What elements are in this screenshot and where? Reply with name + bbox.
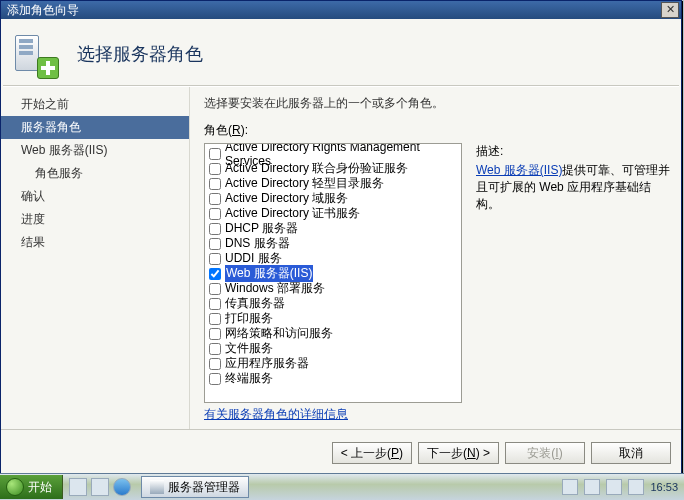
tray-icon[interactable] (628, 479, 644, 495)
nav-steps: 开始之前服务器角色Web 服务器(IIS)角色服务确认进度结果 (1, 87, 190, 429)
more-info-link[interactable]: 有关服务器角色的详细信息 (204, 407, 348, 421)
description-heading: 描述: (476, 143, 671, 160)
role-checkbox[interactable] (209, 223, 221, 235)
page-title: 选择服务器角色 (77, 42, 203, 66)
cancel-button[interactable]: 取消 (591, 442, 671, 464)
role-item[interactable]: DNS 服务器 (205, 236, 461, 251)
taskbar-app-server-manager[interactable]: 服务器管理器 (141, 476, 249, 498)
nav-step[interactable]: Web 服务器(IIS) (1, 139, 189, 162)
roles-label: 角色(R): (204, 122, 671, 139)
role-checkbox[interactable] (209, 193, 221, 205)
system-tray[interactable]: 16:53 (562, 479, 684, 495)
window-title: 添加角色向导 (7, 3, 79, 17)
role-checkbox[interactable] (209, 178, 221, 190)
role-checkbox[interactable] (209, 373, 221, 385)
tray-icon[interactable] (562, 479, 578, 495)
role-checkbox[interactable] (209, 358, 221, 370)
nav-step[interactable]: 服务器角色 (1, 116, 189, 139)
start-button[interactable]: 开始 (0, 475, 63, 499)
ie-icon[interactable] (113, 478, 131, 496)
role-item[interactable]: 应用程序服务器 (205, 356, 461, 371)
description-panel: 描述: Web 服务器(IIS)提供可靠、可管理并且可扩展的 Web 应用程序基… (462, 143, 671, 403)
tray-icon[interactable] (606, 479, 622, 495)
role-item[interactable]: Web 服务器(IIS) (205, 266, 461, 281)
nav-step[interactable]: 进度 (1, 208, 189, 231)
role-checkbox[interactable] (209, 253, 221, 265)
header: 选择服务器角色 (1, 19, 681, 85)
tray-icon[interactable] (584, 479, 600, 495)
next-button[interactable]: 下一步(N) > (418, 442, 499, 464)
role-checkbox[interactable] (209, 283, 221, 295)
wizard-window: 添加角色向导 ✕ 选择服务器角色 开始之前服务器角色Web 服务器(IIS)角色… (0, 0, 682, 474)
role-item[interactable]: 网络策略和访问服务 (205, 326, 461, 341)
server-manager-icon (150, 480, 164, 494)
previous-button[interactable]: < 上一步(P) (332, 442, 412, 464)
role-item[interactable]: 终端服务 (205, 371, 461, 386)
install-button: 安装(I) (505, 442, 585, 464)
nav-step[interactable]: 角色服务 (1, 162, 189, 185)
role-checkbox[interactable] (209, 343, 221, 355)
role-item[interactable]: 文件服务 (205, 341, 461, 356)
description-link[interactable]: Web 服务器(IIS) (476, 163, 562, 177)
role-item[interactable]: Active Directory 域服务 (205, 191, 461, 206)
quick-launch (63, 478, 137, 496)
role-checkbox[interactable] (209, 163, 221, 175)
clock[interactable]: 16:53 (650, 481, 678, 493)
instruction-text: 选择要安装在此服务器上的一个或多个角色。 (204, 95, 671, 112)
roles-listbox[interactable]: Active Directory Rights Management Servi… (204, 143, 462, 403)
role-checkbox[interactable] (209, 208, 221, 220)
role-item[interactable]: DHCP 服务器 (205, 221, 461, 236)
role-checkbox[interactable] (209, 298, 221, 310)
role-item[interactable]: Active Directory 证书服务 (205, 206, 461, 221)
role-label: 终端服务 (225, 370, 273, 387)
role-item[interactable]: 传真服务器 (205, 296, 461, 311)
role-checkbox[interactable] (209, 148, 221, 160)
show-desktop-icon[interactable] (69, 478, 87, 496)
taskbar[interactable]: 开始 服务器管理器 16:53 (0, 473, 684, 500)
nav-step[interactable]: 开始之前 (1, 93, 189, 116)
role-checkbox[interactable] (209, 238, 221, 250)
nav-step[interactable]: 结果 (1, 231, 189, 254)
start-orb-icon (6, 478, 24, 496)
role-item[interactable]: Active Directory 轻型目录服务 (205, 176, 461, 191)
close-icon[interactable]: ✕ (661, 2, 679, 18)
role-checkbox[interactable] (209, 313, 221, 325)
wizard-icon (11, 31, 57, 77)
main-panel: 选择要安装在此服务器上的一个或多个角色。 角色(R): Active Direc… (190, 87, 681, 429)
nav-step[interactable]: 确认 (1, 185, 189, 208)
role-checkbox[interactable] (209, 268, 221, 280)
explorer-icon[interactable] (91, 478, 109, 496)
role-item[interactable]: Active Directory Rights Management Servi… (205, 146, 461, 161)
role-item[interactable]: 打印服务 (205, 311, 461, 326)
role-item[interactable]: UDDI 服务 (205, 251, 461, 266)
role-item[interactable]: Windows 部署服务 (205, 281, 461, 296)
role-checkbox[interactable] (209, 328, 221, 340)
titlebar[interactable]: 添加角色向导 ✕ (1, 1, 681, 19)
